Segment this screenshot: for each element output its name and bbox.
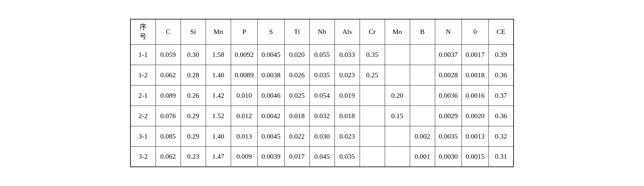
header-s: S: [258, 19, 285, 44]
cell-si: 0.29: [181, 126, 206, 146]
cell-s: 0.0045: [258, 126, 285, 146]
cell-cr: [360, 146, 385, 167]
cell-s: 0.0039: [258, 146, 285, 167]
cell-seq: 1-1: [130, 44, 156, 65]
table-row: 2-10.0890.261.420.0100.00460.0250.0540.0…: [130, 85, 514, 106]
cell-ti: 0.020: [284, 44, 309, 65]
cell-cr: 0.25: [360, 65, 385, 85]
table-row: 2-20.0760.291.520.0120.00420.0180.0320.0…: [130, 106, 514, 126]
cell-cr: [360, 106, 385, 126]
cell-ti: 0.025: [284, 85, 309, 106]
cell-ti: 0.018: [284, 106, 309, 126]
cell-ce: 0.39: [488, 44, 514, 65]
cell-mo: 0.20: [385, 85, 410, 106]
header-p: P: [231, 19, 258, 44]
cell-o: 0.0013: [462, 126, 489, 146]
header-nb: Nb: [309, 19, 335, 44]
cell-als: 0.033: [335, 44, 360, 65]
cell-mo: [385, 146, 410, 167]
cell-p: 0.0092: [231, 44, 258, 65]
cell-p: 0.010: [231, 85, 258, 106]
cell-n: 0.0030: [435, 146, 462, 167]
header-n: N: [435, 19, 462, 44]
cell-cr: [360, 85, 385, 106]
header-b: B: [410, 19, 435, 44]
header-ce: CE: [488, 19, 514, 44]
cell-n: 0.0037: [435, 44, 462, 65]
cell-c: 0.059: [156, 44, 181, 65]
cell-b: [410, 65, 435, 85]
header-mo: Mo: [385, 19, 410, 44]
cell-o: 0.0018: [462, 65, 489, 85]
cell-nb: 0.035: [309, 65, 335, 85]
cell-mo: [385, 65, 410, 85]
cell-p: 0.012: [231, 106, 258, 126]
cell-b: [410, 106, 435, 126]
cell-cr: 0.35: [360, 44, 385, 65]
cell-als: 0.035: [335, 146, 360, 167]
cell-s: 0.0046: [258, 85, 285, 106]
cell-als: 0.023: [335, 65, 360, 85]
cell-als: 0.018: [335, 106, 360, 126]
cell-n: 0.0036: [435, 85, 462, 106]
header-ti: Ti: [284, 19, 309, 44]
cell-ce: 0.36: [488, 65, 514, 85]
header-als: Als: [335, 19, 360, 44]
cell-c: 0.062: [156, 65, 181, 85]
cell-ti: 0.026: [284, 65, 309, 85]
cell-s: 0.0038: [258, 65, 285, 85]
cell-b: [410, 85, 435, 106]
cell-si: 0.26: [181, 85, 206, 106]
cell-n: 0.0035: [435, 126, 462, 146]
table-row: 1-10.0590.301.580.00920.00450.0200.0550.…: [130, 44, 514, 65]
cell-o: 0.0016: [462, 85, 489, 106]
cell-nb: 0.055: [309, 44, 335, 65]
cell-si: 0.29: [181, 106, 206, 126]
cell-seq: 2-2: [130, 106, 156, 126]
cell-b: 0.002: [410, 126, 435, 146]
cell-si: 0.23: [181, 146, 206, 167]
cell-seq: 3-1: [130, 126, 156, 146]
table-body: 1-10.0590.301.580.00920.00450.0200.0550.…: [130, 44, 514, 167]
header-seq: 序号: [130, 19, 156, 44]
cell-mn: 1.58: [206, 44, 231, 65]
cell-nb: 0.054: [309, 85, 335, 106]
cell-o: 0.0017: [462, 44, 489, 65]
cell-c: 0.076: [156, 106, 181, 126]
cell-si: 0.28: [181, 65, 206, 85]
cell-ce: 0.31: [488, 146, 514, 167]
cell-p: 0.013: [231, 126, 258, 146]
cell-mo: [385, 126, 410, 146]
cell-mn: 1.52: [206, 106, 231, 126]
cell-mn: 1.42: [206, 85, 231, 106]
cell-mo: [385, 44, 410, 65]
table-row: 3-20.0620.231.470.0090.00390.0170.0450.0…: [130, 146, 514, 167]
cell-ce: 0.37: [488, 85, 514, 106]
cell-nb: 0.032: [309, 106, 335, 126]
cell-nb: 0.030: [309, 126, 335, 146]
cell-s: 0.0042: [258, 106, 285, 126]
cell-n: 0.0028: [435, 65, 462, 85]
cell-seq: 1-2: [130, 65, 156, 85]
cell-b: 0.001: [410, 146, 435, 167]
cell-c: 0.085: [156, 126, 181, 146]
cell-cr: [360, 126, 385, 146]
cell-mn: 1.40: [206, 126, 231, 146]
header-cr: Cr: [360, 19, 385, 44]
cell-p: 0.009: [231, 146, 258, 167]
cell-ce: 0.36: [488, 106, 514, 126]
cell-p: 0.0089: [231, 65, 258, 85]
cell-mn: 1.40: [206, 65, 231, 85]
header-o: 0: [462, 19, 489, 44]
table-row: 3-10.0850.291.400.0130.00450.0220.0300.0…: [130, 126, 514, 146]
cell-o: 0.0020: [462, 106, 489, 126]
cell-c: 0.062: [156, 146, 181, 167]
cell-mo: 0.15: [385, 106, 410, 126]
data-table: 序号 C Si Mn P S Ti Nb Als Cr Mo B N 0 CE …: [130, 19, 514, 167]
cell-s: 0.0045: [258, 44, 285, 65]
cell-c: 0.089: [156, 85, 181, 106]
header-si: Si: [181, 19, 206, 44]
table-container: 序号 C Si Mn P S Ti Nb Als Cr Mo B N 0 CE …: [124, 13, 520, 173]
cell-als: 0.023: [335, 126, 360, 146]
header-c: C: [156, 19, 181, 44]
